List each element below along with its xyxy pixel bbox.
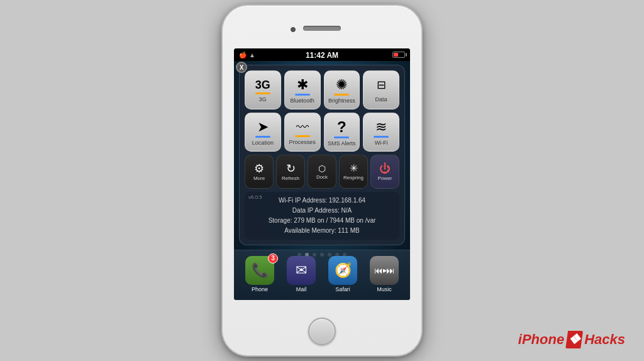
phone-container: 🍎 ▲ 11:42 AM X: [221, 4, 423, 357]
dock-app-phone[interactable]: 📞 3 Phone: [245, 256, 274, 292]
close-button[interactable]: X: [236, 62, 247, 73]
wifi-label: Wi-Fi: [375, 140, 388, 146]
3g-label: 3G: [259, 96, 267, 103]
wifi-icon: ≋: [375, 120, 387, 134]
sms-indicator: [334, 136, 349, 138]
apple-logo-icon: 🍎: [239, 52, 247, 58]
safari-app-icon[interactable]: 🧭: [328, 256, 357, 285]
brightness-label: Brightness: [328, 97, 355, 104]
widget-more[interactable]: ⚙ More: [245, 155, 274, 189]
info-line-2: Data IP Address: N/A: [250, 206, 394, 216]
widget-sms[interactable]: ? SMS Alerts: [324, 113, 360, 152]
mail-app-label: Mail: [296, 286, 307, 292]
widget-location[interactable]: ➤ Location: [245, 113, 281, 152]
widget-data[interactable]: ⊟ Data: [363, 70, 399, 109]
power-icon: ⏻: [379, 163, 391, 174]
wifi-indicator: [374, 136, 389, 138]
version-text: v6.0.5: [248, 194, 262, 200]
info-line-4: Available Memory: 111 MB: [250, 226, 394, 236]
music-app-label: Music: [377, 286, 392, 292]
home-button[interactable]: [308, 318, 336, 345]
phone-app-label: Phone: [252, 286, 268, 292]
more-icon: ⚙: [254, 163, 264, 174]
respring-label: Respring: [343, 175, 364, 181]
refresh-label: Refresh: [282, 175, 299, 181]
3g-icon: 3G: [255, 79, 270, 91]
wallpaper: X 3G 3G ✱ Bluetooth: [234, 61, 410, 300]
dock-app-mail[interactable]: ✉ Mail: [287, 256, 316, 292]
sms-label: SMS Alerts: [328, 140, 356, 147]
data-icon: ⊟: [377, 79, 386, 91]
widget-brightness[interactable]: ✺ Brightness: [324, 70, 360, 109]
info-line-1: Wi-Fi IP Address: 192.168.1.64: [250, 196, 394, 206]
front-camera: [291, 27, 296, 32]
brightness-indicator: [334, 94, 349, 96]
info-text: Wi-Fi IP Address: 192.168.1.64 Data IP A…: [250, 196, 394, 236]
processes-icon: 〰: [296, 121, 309, 133]
data-label: Data: [375, 96, 387, 103]
phone-body: 🍎 ▲ 11:42 AM X: [221, 4, 423, 357]
refresh-icon: ↻: [286, 163, 296, 174]
dock-icon-symbol: ⬡: [318, 164, 326, 173]
widget-panel: X 3G 3G ✱ Bluetooth: [239, 65, 405, 245]
music-app-icon[interactable]: ⏮▶⏭: [370, 256, 399, 285]
widget-dock[interactable]: ⬡ Dock: [308, 155, 336, 189]
battery-fill: [394, 53, 398, 57]
location-label: Location: [252, 140, 274, 146]
branding: iPhone ❖ Hacks: [518, 331, 625, 348]
battery-icon: [392, 52, 405, 58]
phone-badge: 3: [268, 253, 278, 264]
brightness-icon: ✺: [336, 78, 347, 92]
safari-app-label: Safari: [335, 286, 350, 292]
location-indicator: [255, 136, 270, 138]
3g-indicator: [255, 92, 270, 94]
more-label: More: [253, 175, 265, 181]
signal-icon: ▲: [249, 52, 255, 58]
location-icon: ➤: [257, 120, 269, 134]
phone-app-icon[interactable]: 📞 3: [245, 256, 274, 285]
widget-processes[interactable]: 〰 Processes: [284, 113, 321, 152]
phone-screen: 🍎 ▲ 11:42 AM X: [234, 48, 410, 300]
status-left: 🍎 ▲: [239, 52, 255, 58]
widget-wifi[interactable]: ≋ Wi-Fi: [363, 113, 399, 152]
status-bar: 🍎 ▲ 11:42 AM: [234, 48, 410, 61]
widget-refresh[interactable]: ↻ Refresh: [276, 155, 305, 189]
widget-respring[interactable]: ✳ Respring: [339, 155, 368, 189]
widget-row3: ⚙ More ↻ Refresh ⬡ Dock: [245, 155, 399, 189]
processes-label: Processes: [289, 139, 316, 145]
mail-app-icon[interactable]: ✉: [287, 256, 316, 285]
widget-row1: 3G 3G ✱ Bluetooth ✺: [245, 70, 399, 109]
info-line-3: Storage: 279 MB on / 7944 MB on /var: [250, 216, 394, 226]
bluetooth-label: Bluetooth: [291, 97, 314, 104]
power-label: Power: [378, 175, 392, 181]
info-section: v6.0.5 Wi-Fi IP Address: 192.168.1.64 Da…: [245, 192, 399, 240]
widget-power[interactable]: ⏻ Power: [370, 155, 399, 189]
dock-app-safari[interactable]: 🧭 Safari: [328, 256, 357, 292]
earpiece-speaker: [303, 26, 341, 31]
dock-label: Dock: [316, 174, 328, 180]
widget-bluetooth[interactable]: ✱ Bluetooth: [284, 70, 321, 109]
bluetooth-indicator: [295, 94, 310, 96]
dock: 📞 3 Phone ✉ Mail: [234, 250, 410, 300]
brand-text: Hacks: [584, 331, 625, 348]
widget-3g[interactable]: 3G 3G: [245, 70, 281, 109]
status-time: 11:42 AM: [306, 51, 338, 60]
dock-app-music[interactable]: ⏮▶⏭ Music: [370, 256, 399, 292]
bluetooth-icon: ✱: [297, 78, 308, 92]
respring-icon: ✳: [350, 164, 358, 174]
processes-indicator: [295, 135, 310, 137]
widget-row2: ➤ Location 〰 Processes ?: [245, 113, 399, 152]
sms-icon: ?: [337, 119, 347, 135]
status-right: [392, 52, 405, 58]
